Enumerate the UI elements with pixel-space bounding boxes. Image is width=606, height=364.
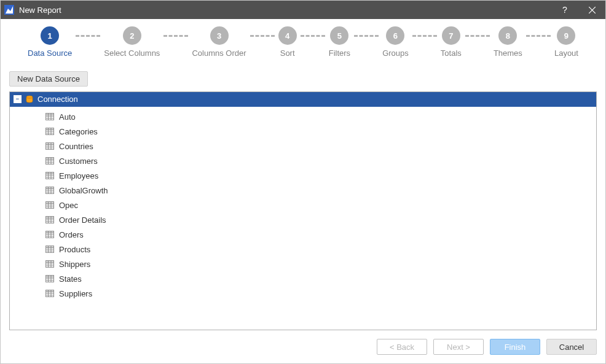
step-select-columns[interactable]: 2Select Columns [104,26,160,58]
step-columns-order[interactable]: 3Columns Order [192,26,246,58]
tree-item[interactable]: Suppliers [10,287,596,300]
step-filters[interactable]: 5Filters [329,26,350,58]
wizard-stepper: 1Data Source2Select Columns3Columns Orde… [9,19,597,60]
table-icon [45,246,54,253]
svg-rect-31 [46,172,54,174]
tree-item-label: Auto [59,112,76,122]
table-icon [45,216,54,223]
svg-rect-7 [46,114,54,115]
tree-item-label: Products [59,245,90,254]
step-connector [412,26,437,45]
step-label: Themes [494,48,522,58]
step-connector [465,26,490,45]
tree-item-label: Categories [59,127,98,136]
step-totals[interactable]: 7Totals [441,26,462,58]
tree-item-label: Opec [59,201,78,210]
next-button[interactable]: Next > [433,339,484,355]
app-icon [4,5,14,15]
tree-item[interactable]: Opec [10,198,596,212]
step-groups[interactable]: 6Groups [382,26,409,58]
tree-item-label: GlobalGrowth [59,186,108,195]
tree-item-label: Shippers [59,260,90,269]
step-connector [526,26,551,45]
tree-item-label: Employees [59,171,98,180]
step-number: 3 [210,26,229,45]
database-icon [25,95,34,104]
tree-item-label: Orders [59,230,84,239]
svg-rect-79 [46,290,54,292]
step-number: 9 [557,26,575,45]
step-data-source[interactable]: 1Data Source [28,26,72,58]
step-label: Columns Order [192,48,246,58]
table-icon [45,201,54,209]
tree-item[interactable]: Auto [10,110,596,123]
data-source-tree: − Connection AutoCategoriesCountriesCust… [9,91,597,330]
svg-rect-13 [46,128,54,130]
step-label: Sort [280,48,295,58]
tree-item[interactable]: Order Details [10,213,596,227]
tree-item[interactable]: Orders [10,228,596,241]
wizard-window: New Report ? 1Data Source2Select Columns… [0,0,606,364]
close-button[interactable] [578,1,605,19]
table-icon [45,275,54,282]
tree-root-connection[interactable]: − Connection [10,92,596,107]
svg-rect-55 [46,231,54,233]
tree-item[interactable]: Countries [10,139,596,153]
content-area: 1Data Source2Select Columns3Columns Orde… [1,19,605,363]
tree-item[interactable]: Shippers [10,257,596,271]
tree-item-label: Countries [59,142,93,151]
cancel-button[interactable]: Cancel [546,339,597,355]
table-icon [45,142,54,150]
tree-item[interactable]: Employees [10,169,596,182]
step-connector [163,26,188,45]
back-button[interactable]: < Back [377,339,427,355]
step-connector [301,26,325,45]
tree-item-label: States [59,274,82,284]
table-icon [45,172,54,179]
step-number: 1 [41,26,59,45]
step-connector [250,26,275,45]
step-label: Layout [554,48,578,58]
step-label: Filters [329,48,350,58]
window-title: New Report [19,6,61,15]
table-icon [45,290,54,297]
svg-rect-61 [46,246,54,248]
step-connector [76,26,100,45]
step-number: 8 [498,26,517,45]
step-number: 2 [123,26,141,45]
titlebar: New Report ? [1,1,605,19]
collapse-icon[interactable]: − [14,95,22,103]
tree-item[interactable]: GlobalGrowth [10,184,596,197]
step-label: Groups [382,48,409,58]
tree-item-label: Suppliers [59,289,92,298]
svg-rect-43 [46,202,54,204]
svg-rect-49 [46,217,54,219]
table-icon [45,157,54,165]
step-label: Totals [441,48,462,58]
step-number: 5 [330,26,348,45]
step-themes[interactable]: 8Themes [494,26,522,58]
help-button[interactable]: ? [551,1,578,19]
tree-item[interactable]: States [10,272,596,285]
tree-item-label: Customers [59,157,98,166]
wizard-footer: < Back Next > Finish Cancel [9,339,597,355]
svg-rect-25 [46,158,54,160]
table-icon [45,113,54,120]
step-sort[interactable]: 4Sort [278,26,297,58]
table-icon [45,260,54,268]
new-data-source-button[interactable]: New Data Source [9,71,88,87]
tree-item[interactable]: Customers [10,154,596,168]
step-label: Data Source [28,48,72,58]
tree-item[interactable]: Categories [10,125,596,138]
finish-button[interactable]: Finish [490,339,540,355]
tree-root-label: Connection [37,95,78,104]
tree-item[interactable]: Products [10,242,596,256]
tree-item-label: Order Details [59,215,106,225]
step-number: 6 [386,26,404,45]
step-number: 7 [442,26,460,45]
svg-rect-67 [46,261,54,263]
step-label: Select Columns [104,48,160,58]
table-icon [45,128,54,135]
step-layout[interactable]: 9Layout [554,26,578,58]
table-icon [45,187,54,194]
